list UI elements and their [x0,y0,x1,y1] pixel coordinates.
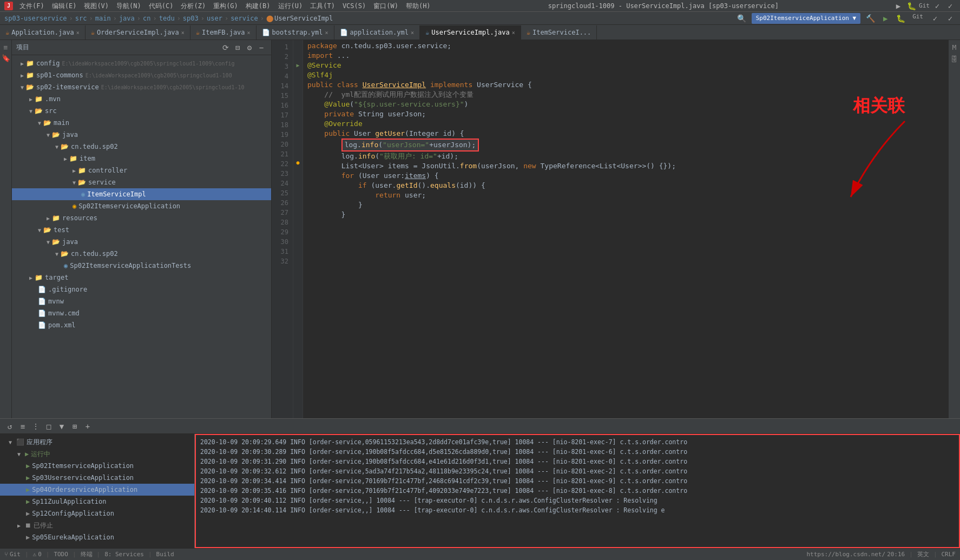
menu-code[interactable]: 代码(C) [146,0,177,12]
problem-status[interactable]: ⚠ 0 [33,551,42,558]
tree-java[interactable]: ▼ 📂 java [12,129,271,141]
run-config-dropdown[interactable]: Sp02ItemserviceApplication ▼ [752,13,860,24]
toolbar-debug-btn[interactable]: 🐛 [906,1,917,11]
tab-close-application[interactable]: × [76,30,80,36]
refresh-btn[interactable]: ↺ [4,421,15,432]
tree-sp11-app[interactable]: ▶ Sp11ZuulApplication [0,496,194,508]
tree-apptests[interactable]: ◉ Sp02ItemserviceApplicationTests [12,260,271,272]
todo-status[interactable]: TODO [54,551,68,558]
tree-testjava[interactable]: ▼ 📂 java [12,236,271,248]
search-everywhere-btn[interactable]: 🔍 [737,13,747,24]
tab-itemservice[interactable]: ☕ ItemServiceI... [521,25,597,39]
menu-build[interactable]: 构建(B) [242,0,274,12]
group-btn[interactable]: ⋮ [30,421,41,432]
tree-target[interactable]: ▶ 📁 target [12,272,271,284]
breadcrumb-service[interactable]: service [231,15,258,22]
filter-btn[interactable]: ▼ [56,421,67,432]
toolbar-check2-btn[interactable]: ✓ [945,1,956,11]
git-status[interactable]: ⑂ Git [4,551,21,558]
breadcrumb-user[interactable]: user [207,15,222,22]
tab-close-order[interactable]: × [181,30,185,36]
code-content[interactable]: package cn.tedu.sp03.user.service; impor… [303,40,948,418]
tree-apps[interactable]: ▼ ⬛ 应用程序 [0,436,194,448]
tab-application-yml[interactable]: 📄 application.yml × [334,25,420,39]
minus-icon[interactable]: − [256,42,267,53]
menu-tools[interactable]: 工具(T) [307,0,338,12]
sync-icon[interactable]: ⟳ [220,42,231,53]
debug-btn[interactable]: 🐛 [895,13,906,24]
tab-orderservice[interactable]: ☕ OrderServiceImpl.java × [86,25,190,39]
tree-sp12-app[interactable]: ▶ Sp12ConfigApplication [0,508,194,519]
breadcrumb-tedu[interactable]: tedu [159,15,175,22]
tab-itemfb[interactable]: ☕ ItemFB.java × [190,25,257,39]
tree-mvn[interactable]: ▶ 📁 .mvn [12,93,271,105]
tree-controller[interactable]: ▶ 📁 controller [12,164,271,176]
tab-close-appyml[interactable]: × [411,30,414,36]
menu-refactor[interactable]: 重构(G) [210,0,241,12]
breadcrumb-java[interactable]: java [119,15,135,22]
tree-sp02app[interactable]: ◉ Sp02ItemserviceApplication [12,200,271,212]
tree-item[interactable]: ▶ 📁 item [12,153,271,164]
build-status[interactable]: Build [156,551,174,558]
make-btn[interactable]: 🔨 [865,13,876,24]
maven-icon[interactable]: M [950,42,959,52]
tree-service[interactable]: ▼ 📂 service [12,176,271,188]
tree-stopped[interactable]: ▶ ⏹ 已停止 [0,519,194,531]
menu-analyze[interactable]: 分析(Z) [177,0,209,12]
tab-close-userservice[interactable]: × [512,30,515,36]
menu-help[interactable]: 帮助(H) [403,0,434,12]
tree-itemserviceimpl[interactable]: ◉ ItemServiceImpl [12,188,271,200]
tree-running[interactable]: ▼ ▶ 运行中 [0,448,194,460]
tab-close-bootstrap[interactable]: × [325,30,328,36]
tab-bootstrap[interactable]: 📄 bootstrap.yml × [257,25,334,39]
tree-test[interactable]: ▼ 📂 test [12,224,271,236]
breadcrumb-cn[interactable]: cn [143,15,150,22]
structure-icon[interactable]: ≡ [1,42,11,52]
expand-btn[interactable]: ⊞ [69,421,80,432]
tree-sp03-app[interactable]: ▶ Sp03UserserviceApplication [0,472,194,484]
encoding-status[interactable]: 英文 [917,550,929,558]
add-btn[interactable]: + [82,421,93,432]
menu-edit[interactable]: 编辑(E) [49,0,80,12]
tab-application[interactable]: ☕ Application.java × [0,25,86,39]
toolbar-git-btn[interactable]: Git [919,1,930,11]
menu-navigate[interactable]: 导航(N) [113,0,144,12]
breadcrumb-src[interactable]: src [75,15,87,22]
git-check[interactable]: ✓ [930,13,941,24]
tree-testcntedu[interactable]: ▼ 📂 cn.tedu.sp02 [12,248,271,260]
tree-sp05-app[interactable]: ▶ Sp05EurekaApplication [0,531,194,543]
tab-userserviceimpl[interactable]: ☕ UserServiceImpl.java × [420,25,521,39]
menu-view[interactable]: 视图(V) [81,0,112,12]
menu-window[interactable]: 窗口(W) [370,0,402,12]
tree-config[interactable]: ▶ 📁 config E:\ideaWorkspace1009\cgb2005\… [12,57,271,69]
toolbar-run-btn[interactable]: ▶ [893,1,904,11]
stop-btn[interactable]: □ [43,421,54,432]
terminal-status[interactable]: 终端 [81,550,93,558]
git-check2[interactable]: ✓ [945,13,956,24]
menu-file[interactable]: 文件(F) [16,0,48,12]
settings-icon[interactable]: ⚙ [244,42,255,53]
tab-close-itemfb[interactable]: × [247,30,251,36]
tree-resources[interactable]: ▶ 📁 resources [12,212,271,224]
database-icon[interactable]: 🗄 [950,54,959,64]
tree-mvnwcmd[interactable]: 📄 mvnw.cmd [12,307,271,319]
bookmark-icon[interactable]: 🔖 [1,53,11,63]
tree-pomxml[interactable]: 📄 pom.xml [12,319,271,331]
toolbar-check-btn[interactable]: ✓ [932,1,943,11]
tree-main[interactable]: ▼ 📂 main [12,117,271,129]
linesep-status[interactable]: CRLF [942,551,956,558]
tree-cntedu[interactable]: ▼ 📂 cn.tedu.sp02 [12,141,271,153]
run-btn[interactable]: ▶ [880,13,891,24]
tree-sp01[interactable]: ▶ 📁 sp01-commons E:\ideaWorkspace1009\cg… [12,69,271,81]
services-status[interactable]: 8: Services [104,551,144,558]
breadcrumb-sp03[interactable]: sp03-userservice [4,15,67,22]
list-btn[interactable]: ≡ [17,421,28,432]
breadcrumb-main[interactable]: main [95,15,111,22]
tree-gitignore[interactable]: 📄 .gitignore [12,284,271,295]
tree-src[interactable]: ▼ 📂 src [12,105,271,117]
breadcrumb-sp03b[interactable]: sp03 [183,15,199,22]
tree-mvnw[interactable]: 📄 mvnw [12,295,271,307]
tree-sp04-app[interactable]: ▶ Sp04OrderserviceApplication [0,484,194,496]
tree-sp02[interactable]: ▼ 📂 sp02-itemservice E:\ideaWorkspace100… [12,81,271,93]
menu-run[interactable]: 运行(U) [275,0,306,12]
